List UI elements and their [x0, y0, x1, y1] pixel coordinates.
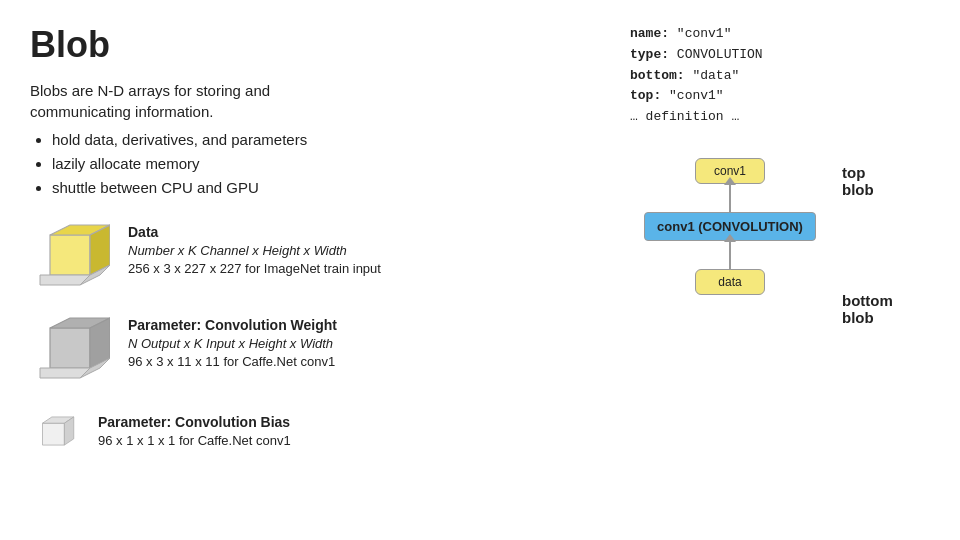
- bullet-item-2: lazily allocate memory: [52, 152, 610, 176]
- bias-blob-desc: 96 x 1 x 1 x 1 for Caffe.Net conv1: [98, 432, 291, 450]
- svg-marker-10: [43, 423, 65, 445]
- bullet-item-3: shuttle between CPU and GPU: [52, 176, 610, 200]
- code-top-line: top: "conv1": [630, 86, 763, 107]
- bias-blob-icon: [30, 406, 80, 456]
- code-name-line: name: "conv1": [630, 24, 763, 45]
- data-blob-text: Data Number x K Channel x Height x Width…: [128, 220, 381, 278]
- bottom-blob-label: bottom blob: [842, 292, 893, 326]
- weight-blob-desc: N Output x K Input x Height x Width 96 x…: [128, 335, 337, 371]
- data-blob-desc: Number x K Channel x Height x Width 256 …: [128, 242, 381, 278]
- code-type-line: type: CONVOLUTION: [630, 45, 763, 66]
- bullet-list: hold data, derivatives, and parameters l…: [52, 128, 610, 200]
- arrow-1: [729, 184, 731, 212]
- weight-blob-label: Parameter: Convolution Weight: [128, 317, 337, 333]
- data-blob-icon: [30, 220, 110, 295]
- diagram-container: conv1 conv1 (CONVOLUTION) data top blob: [630, 158, 893, 326]
- svg-marker-0: [50, 235, 90, 275]
- bias-blob-text: Parameter: Convolution Bias 96 x 1 x 1 x…: [98, 406, 291, 450]
- svg-marker-5: [50, 328, 90, 368]
- weight-blob-text: Parameter: Convolution Weight N Output x…: [128, 313, 337, 371]
- weight-blob-row: Parameter: Convolution Weight N Output x…: [30, 313, 610, 388]
- data-blob-row: Data Number x K Channel x Height x Width…: [30, 220, 610, 295]
- code-ellipsis: … definition …: [630, 107, 763, 128]
- arrowhead-2: [724, 234, 736, 242]
- weight-blob-icon: [30, 313, 110, 388]
- left-panel: Blob Blobs are N-D arrays for storing an…: [30, 24, 630, 516]
- side-labels: top blob bottom blob: [842, 158, 893, 326]
- node-bottom: data: [695, 269, 765, 295]
- page-title: Blob: [30, 24, 610, 66]
- top-blob-label: top blob: [842, 164, 893, 198]
- bias-blob-label: Parameter: Convolution Bias: [98, 414, 291, 430]
- code-block: name: "conv1" type: CONVOLUTION bottom: …: [630, 24, 763, 128]
- main-container: Blob Blobs are N-D arrays for storing an…: [0, 0, 960, 540]
- bullet-item-1: hold data, derivatives, and parameters: [52, 128, 610, 152]
- data-blob-label: Data: [128, 224, 381, 240]
- intro-text-1: Blobs are N-D arrays for storing and com…: [30, 80, 610, 122]
- arrow-2: [729, 241, 731, 269]
- bias-blob-row: Parameter: Convolution Bias 96 x 1 x 1 x…: [30, 406, 610, 456]
- right-panel: name: "conv1" type: CONVOLUTION bottom: …: [630, 24, 930, 516]
- arrowhead-1: [724, 177, 736, 185]
- network-diagram: conv1 conv1 (CONVOLUTION) data: [630, 158, 830, 295]
- code-bottom-line: bottom: "data": [630, 66, 763, 87]
